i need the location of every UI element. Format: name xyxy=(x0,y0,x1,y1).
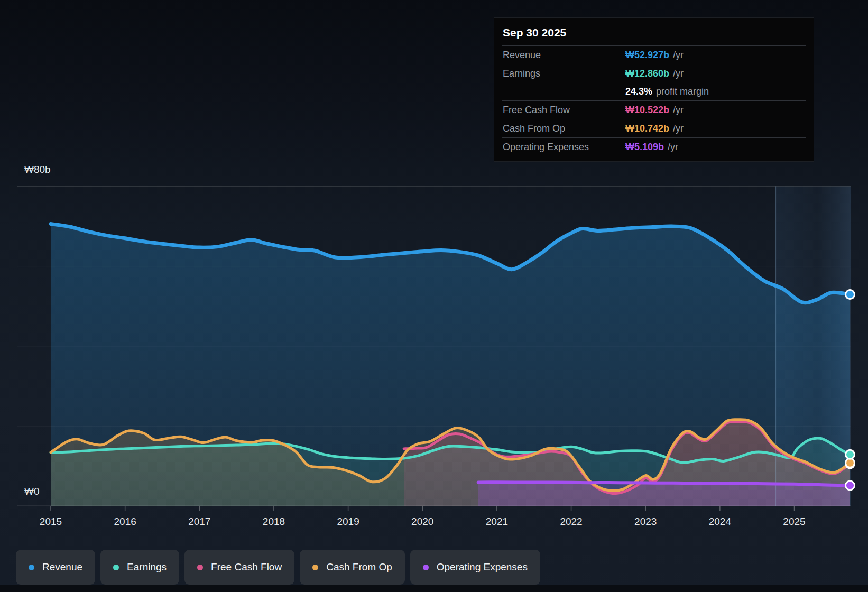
tooltip-row-label: Revenue xyxy=(502,50,625,61)
tooltip-row-revenue: Revenue₩52.927b/yr xyxy=(502,45,806,64)
tooltip-row-value: ₩10.742b xyxy=(625,123,669,134)
financials-chart-page: ₩80b ₩0 20152016201720182019202020212022… xyxy=(0,0,868,592)
legend-label: Free Cash Flow xyxy=(211,561,282,573)
legend-item-earnings[interactable]: Earnings xyxy=(100,550,179,585)
area-fill-operating-expenses xyxy=(478,482,850,506)
legend-dot-icon xyxy=(197,565,203,570)
x-axis-label-2024: 2024 xyxy=(696,516,744,528)
end-marker-operating-expenses[interactable] xyxy=(846,481,855,490)
x-axis-label-2018: 2018 xyxy=(250,516,298,528)
tooltip-row-suffix: /yr xyxy=(673,123,684,134)
tooltip-row-profit-margin: 24.3%profit margin xyxy=(502,82,806,100)
end-marker-cash-from-op[interactable] xyxy=(846,458,855,467)
tooltip-row-value: 24.3% xyxy=(625,86,652,97)
tooltip-row-free-cash-flow: Free Cash Flow₩10.522b/yr xyxy=(502,100,806,119)
x-axis-label-2023: 2023 xyxy=(622,516,669,528)
legend-item-free-cash-flow[interactable]: Free Cash Flow xyxy=(184,550,294,585)
x-axis-label-2020: 2020 xyxy=(399,516,446,528)
tooltip-row-value: ₩5.109b xyxy=(625,142,664,153)
x-axis-label-2022: 2022 xyxy=(548,516,595,528)
legend-dot-icon xyxy=(423,565,429,570)
x-axis-label-2015: 2015 xyxy=(27,516,75,528)
tooltip-row-suffix: profit margin xyxy=(656,86,709,97)
footer-strip xyxy=(0,585,868,592)
legend-dot-icon xyxy=(113,565,119,570)
tooltip-row-suffix: /yr xyxy=(673,105,684,116)
tooltip-row-cash-from-op: Cash From Op₩10.742b/yr xyxy=(502,119,806,137)
tooltip-row-suffix: /yr xyxy=(668,142,678,153)
tooltip-row-suffix: /yr xyxy=(673,68,684,79)
legend-label: Cash From Op xyxy=(326,561,392,573)
legend-item-operating-expenses[interactable]: Operating Expenses xyxy=(410,550,540,585)
end-marker-earnings[interactable] xyxy=(846,450,855,459)
legend-item-revenue[interactable]: Revenue xyxy=(16,550,95,585)
tooltip-row-operating-expenses: Operating Expenses₩5.109b/yr xyxy=(502,137,806,156)
tooltip-row-label: Operating Expenses xyxy=(502,142,625,153)
y-axis-label-max: ₩80b xyxy=(24,164,51,175)
tooltip-row-earnings: Earnings₩12.860b/yr xyxy=(502,64,806,82)
x-axis-label-2025: 2025 xyxy=(771,516,818,528)
tooltip-row-label: Cash From Op xyxy=(502,123,625,134)
x-axis-label-2016: 2016 xyxy=(101,516,149,528)
legend: RevenueEarningsFree Cash FlowCash From O… xyxy=(16,550,540,585)
end-marker-revenue[interactable] xyxy=(846,290,855,299)
legend-label: Earnings xyxy=(127,561,167,573)
tooltip-row-value: ₩52.927b xyxy=(625,50,669,61)
tooltip-bottom-divider xyxy=(502,156,806,159)
tooltip-row-value: ₩12.860b xyxy=(625,68,669,79)
tooltip-panel: Sep 30 2025 Revenue₩52.927b/yrEarnings₩1… xyxy=(494,17,814,162)
tooltip-row-label: Free Cash Flow xyxy=(502,105,625,116)
tooltip-rows: Revenue₩52.927b/yrEarnings₩12.860b/yr24.… xyxy=(502,45,806,156)
x-axis-label-2017: 2017 xyxy=(176,516,223,528)
legend-label: Revenue xyxy=(42,561,82,573)
tooltip-date: Sep 30 2025 xyxy=(502,23,806,45)
y-axis-label-zero: ₩0 xyxy=(24,486,40,497)
tooltip-row-value: ₩10.522b xyxy=(625,105,669,116)
x-axis-label-2019: 2019 xyxy=(325,516,372,528)
tooltip-row-suffix: /yr xyxy=(673,50,684,61)
legend-dot-icon xyxy=(312,565,318,570)
legend-label: Operating Expenses xyxy=(437,561,528,573)
legend-item-cash-from-op[interactable]: Cash From Op xyxy=(300,550,405,585)
legend-dot-icon xyxy=(29,565,34,570)
x-axis-label-2021: 2021 xyxy=(473,516,521,528)
tooltip-row-label: Earnings xyxy=(502,68,625,79)
